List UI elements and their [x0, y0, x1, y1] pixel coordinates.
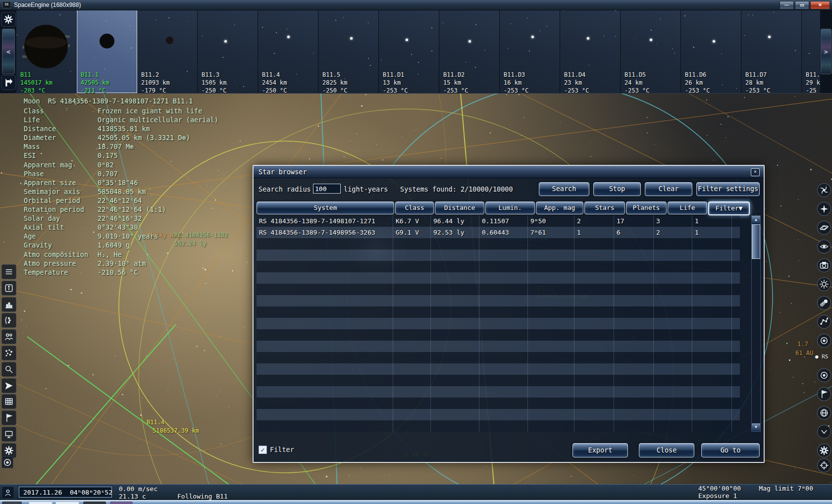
- carousel-tile-B11.2[interactable]: B11.221093 km-179 °C: [137, 10, 198, 93]
- go-to-button[interactable]: Go to: [701, 443, 760, 457]
- people-button[interactable]: [1, 329, 16, 344]
- gear-button[interactable]: [817, 444, 831, 457]
- carousel-prev-button[interactable]: <: [2, 29, 15, 74]
- stop-button[interactable]: Stop: [593, 182, 641, 196]
- datetime-field[interactable]: 2017.11.26 04ʰ08ᵐ20ˢ52: [19, 487, 112, 498]
- minimize-button[interactable]: —: [780, 1, 794, 9]
- carousel-tile-B11.D5[interactable]: B11.D524 km-253 °C: [621, 10, 681, 93]
- globe-button[interactable]: [817, 406, 831, 420]
- search-button[interactable]: Search: [539, 182, 589, 196]
- circledot-button[interactable]: [817, 334, 831, 348]
- star4-button[interactable]: [817, 202, 831, 216]
- carousel-tile-B11.3[interactable]: B11.31505 km-250 °C: [198, 10, 258, 93]
- table-row-empty[interactable]: [257, 420, 740, 432]
- column-header-filter[interactable]: Filter▼: [708, 202, 750, 215]
- taskbar-item[interactable]: [110, 502, 133, 504]
- carousel-tile-B11.D7[interactable]: B11.D728 km-253 °C: [741, 10, 802, 93]
- saturn-button[interactable]: [817, 221, 831, 235]
- clear-button[interactable]: Clear: [645, 182, 692, 196]
- table-row-empty[interactable]: [257, 409, 740, 420]
- rocket-button[interactable]: [1, 378, 16, 393]
- carousel-tile-B11.4[interactable]: B11.42454 km-250 °C: [258, 10, 318, 93]
- carousel-tile-B11.D1[interactable]: B11.D113 km-253 °C: [379, 10, 439, 93]
- table-row-empty[interactable]: [257, 352, 740, 363]
- galaxy-button[interactable]: [817, 183, 831, 197]
- table-row-empty[interactable]: [257, 363, 740, 375]
- column-header-distance[interactable]: Distance: [435, 202, 484, 214]
- user-icon[interactable]: [1, 486, 14, 499]
- table-row-empty[interactable]: [257, 341, 740, 352]
- center-selection-button[interactable]: [1, 456, 13, 468]
- carousel-tile-B11.D2[interactable]: B11.D215 km-253 °C: [439, 10, 500, 93]
- table-row-empty[interactable]: [257, 261, 740, 272]
- maximize-button[interactable]: ▭: [795, 1, 809, 9]
- table-row-empty[interactable]: [257, 318, 740, 329]
- search-radius-input[interactable]: [313, 184, 341, 194]
- carousel-tile-B11.D3[interactable]: B11.D316 km-253 °C: [500, 10, 560, 93]
- orbit-button[interactable]: [1, 313, 16, 328]
- table-row-empty[interactable]: [257, 295, 740, 306]
- eye-button[interactable]: [817, 240, 831, 253]
- table-row-empty[interactable]: [257, 386, 740, 398]
- start-button[interactable]: [2, 502, 22, 504]
- filter-checkbox[interactable]: ✓: [259, 446, 267, 454]
- column-header-lumin[interactable]: Lumin.: [485, 202, 535, 214]
- carousel-tile-B11.D6[interactable]: B11.D626 km-253 °C: [681, 10, 741, 93]
- gear-button[interactable]: [1, 443, 16, 458]
- table-row-empty[interactable]: [257, 272, 740, 284]
- table-row-empty[interactable]: [257, 238, 740, 250]
- scroll-down-icon[interactable]: ▼: [752, 423, 760, 431]
- close-dialog-button[interactable]: Close: [639, 443, 694, 457]
- table-row-empty[interactable]: [257, 250, 740, 261]
- close-button[interactable]: ✕: [810, 1, 830, 9]
- sun-button[interactable]: [817, 277, 831, 291]
- carousel-tile-B11.5[interactable]: B11.52825 km-250 °C: [318, 10, 379, 93]
- column-header-appmag[interactable]: App. mag: [536, 202, 583, 214]
- constellation-button[interactable]: [817, 315, 831, 329]
- taskbar-item[interactable]: [83, 502, 106, 504]
- scroll-up-icon[interactable]: ▲: [752, 216, 760, 224]
- carousel-tile-B11[interactable]: B11145017 km-203 °C: [16, 10, 77, 93]
- search-button[interactable]: [1, 362, 16, 377]
- info-button[interactable]: [1, 281, 16, 296]
- table-row-empty[interactable]: [257, 398, 740, 409]
- table-row-empty[interactable]: [257, 284, 740, 295]
- table-row-system[interactable]: RS 4184356-1389-7-1498107-1271K6.7 V96.4…: [257, 215, 740, 227]
- column-header-stars[interactable]: Stars: [584, 202, 625, 214]
- arrowdown-button[interactable]: [817, 425, 831, 439]
- flag-button[interactable]: [1, 410, 16, 425]
- scrollbar-thumb[interactable]: [752, 224, 760, 259]
- table-row-empty[interactable]: [257, 375, 740, 386]
- taskbar-item[interactable]: [55, 502, 79, 504]
- comet-button[interactable]: [817, 296, 831, 310]
- stars-button[interactable]: [1, 346, 16, 360]
- windows-taskbar[interactable]: [0, 500, 832, 504]
- column-header-planets[interactable]: Planets: [626, 202, 667, 214]
- crosshair-button[interactable]: [817, 458, 831, 472]
- dialog-close-icon[interactable]: ×: [751, 168, 760, 176]
- carousel-tile-B11.1[interactable]: B11.142505 km-211 °C: [77, 10, 137, 93]
- table-scrollbar[interactable]: ▲ ▼: [751, 215, 761, 432]
- circledot-button[interactable]: [817, 368, 831, 382]
- filter-settings-button[interactable]: Filter settings: [696, 182, 760, 196]
- carousel-tile-B11.D4[interactable]: B11.D423 km-253 °C: [560, 10, 621, 93]
- dialog-titlebar[interactable]: Star browser ×: [254, 166, 764, 178]
- menu-button[interactable]: [1, 264, 16, 279]
- back-undo-button[interactable]: [1, 75, 16, 90]
- window-titlebar[interactable]: SE SpaceEngine (1680x988) — ▭ ✕: [0, 0, 832, 10]
- table-row-empty[interactable]: [257, 306, 740, 318]
- column-header-life[interactable]: Life: [668, 202, 707, 214]
- column-header-class[interactable]: Class: [395, 202, 434, 214]
- chart-button[interactable]: [1, 297, 16, 312]
- column-header-system[interactable]: System: [257, 202, 394, 214]
- rs-stars-toggle[interactable]: ● RS: [815, 353, 829, 360]
- taskbar-item[interactable]: [29, 502, 52, 504]
- settings-gear-button[interactable]: [1, 12, 16, 27]
- display-button[interactable]: [1, 427, 16, 442]
- carousel-next-button[interactable]: >: [821, 29, 832, 74]
- flag-button[interactable]: [817, 387, 831, 401]
- table-row-empty[interactable]: [257, 329, 740, 341]
- camera-button[interactable]: [817, 258, 831, 272]
- export-button[interactable]: Export: [572, 443, 628, 457]
- table-button[interactable]: [1, 394, 16, 409]
